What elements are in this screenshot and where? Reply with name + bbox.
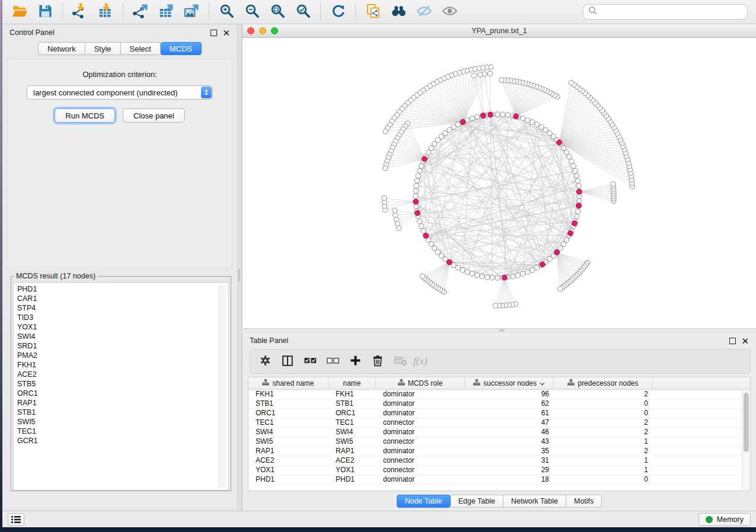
mcds-result-item[interactable]: ORC1	[17, 389, 220, 398]
tab-style[interactable]: Style	[85, 42, 121, 55]
task-history-button[interactable]	[8, 513, 24, 526]
mcds-result-title: MCDS result (17 nodes)	[14, 272, 97, 280]
tab-motifs[interactable]: Motifs	[566, 495, 602, 508]
mcds-result-item[interactable]: RAP1	[17, 398, 220, 408]
table-row[interactable]: PHD1PHD1dominator180	[248, 475, 750, 485]
delete-columns-button[interactable]	[369, 352, 387, 370]
mcds-result-item[interactable]: GCR1	[17, 436, 220, 446]
table-row[interactable]: SWI4SWI4dominator462	[248, 428, 750, 437]
table-row[interactable]: ORC1ORC1dominator610	[248, 409, 750, 418]
mcds-result-item[interactable]: ACE2	[17, 370, 220, 379]
table-row[interactable]: YOX1YOX1connector291	[248, 466, 750, 475]
table-cell: ACE2	[328, 456, 376, 465]
zoom-fit-button[interactable]	[270, 4, 286, 21]
tab-node-table[interactable]: Node Table	[397, 495, 451, 508]
horizontal-splitter[interactable]	[242, 328, 756, 333]
close-panel-icon[interactable]: ✕	[222, 30, 230, 36]
mcds-result-item[interactable]: SRD1	[17, 341, 220, 351]
control-panel-header: Control Panel ✕	[2, 24, 237, 41]
table-cell-filler	[653, 456, 750, 465]
create-column-button[interactable]	[346, 352, 364, 370]
search-box[interactable]	[583, 4, 748, 20]
control-panel-tabs: NetworkStyleSelectMCDS	[2, 42, 237, 55]
table-row[interactable]: STB1STB1dominator620	[248, 399, 750, 409]
close-table-panel-icon[interactable]: ✕	[741, 338, 749, 344]
zoom-out-button[interactable]	[244, 4, 260, 21]
copy-network-button[interactable]	[365, 4, 381, 21]
table-row[interactable]: ACE2ACE2connector311	[248, 456, 750, 466]
function-builder-button: f(x)	[414, 352, 432, 370]
save-session-button[interactable]	[37, 4, 53, 21]
export-table-icon	[158, 3, 174, 21]
table-row[interactable]: TEC1TEC1connector472	[248, 418, 750, 428]
export-table-button[interactable]	[158, 4, 174, 21]
sort-desc-icon	[540, 379, 545, 387]
network-canvas[interactable]	[243, 38, 756, 328]
mcds-result-item[interactable]: STP4	[17, 303, 220, 313]
tab-network-table[interactable]: Network Table	[503, 495, 566, 508]
delete-columns-icon	[371, 354, 384, 369]
zoom-selected-button[interactable]	[295, 4, 311, 21]
column-header-name[interactable]: name	[328, 377, 376, 389]
export-network-button[interactable]	[133, 4, 149, 21]
mcds-result-item[interactable]: SWI5	[17, 417, 220, 427]
import-network-button[interactable]	[72, 4, 88, 21]
column-header-shared-name[interactable]: shared name	[248, 377, 328, 389]
optimization-criterion-select[interactable]: largest connected component (undirected)	[27, 85, 213, 100]
show-all-icon	[442, 3, 458, 21]
create-column-icon	[349, 354, 362, 368]
mcds-result-item[interactable]: STB1	[17, 408, 220, 417]
mcds-result-item[interactable]: PHD1	[17, 284, 220, 294]
namespace-tree-icon	[473, 379, 480, 387]
function-builder-icon: f(x)	[413, 354, 433, 369]
find-button[interactable]	[391, 4, 407, 21]
close-panel-button[interactable]: Close panel	[123, 108, 185, 123]
table-cell: 29	[465, 466, 554, 475]
tab-edge-table[interactable]: Edge Table	[451, 495, 503, 508]
column-header-successor-nodes[interactable]: successor nodes	[465, 377, 554, 389]
mcds-result-item[interactable]: TEC1	[17, 427, 220, 436]
table-row[interactable]: FKH1FKH1dominator962	[248, 390, 750, 399]
mcds-result-item[interactable]: FKH1	[17, 360, 220, 370]
search-icon	[588, 6, 598, 18]
memory-button[interactable]: Memory	[698, 513, 751, 526]
table-row[interactable]: RAP1RAP1dominator352	[248, 447, 750, 456]
tab-network[interactable]: Network	[38, 42, 85, 55]
table-panel: Table Panel ✕ f(x) shared namenameMCDS r…	[242, 333, 756, 511]
mcds-result-item[interactable]: YOX1	[17, 322, 220, 332]
open-file-button[interactable]	[12, 4, 28, 21]
dropdown-stepper-icon	[201, 86, 212, 98]
mcds-result-item[interactable]: STB5	[17, 379, 220, 389]
search-input[interactable]	[601, 7, 747, 17]
show-hide-columns-button[interactable]	[279, 352, 296, 370]
run-mcds-button[interactable]: Run MCDS	[55, 108, 115, 123]
import-table-button[interactable]	[98, 4, 114, 21]
deselect-all-rows-button[interactable]	[324, 352, 342, 370]
hide-selected-button[interactable]	[416, 4, 432, 21]
mcds-result-item[interactable]: PMA2	[17, 351, 220, 360]
table-row[interactable]: SWI5SWI5connector431	[248, 437, 750, 447]
float-panel-icon[interactable]	[210, 30, 217, 36]
export-image-button[interactable]	[184, 4, 200, 21]
result-list-scrollbar[interactable]	[219, 286, 226, 488]
apply-preferred-layout-button[interactable]	[330, 4, 346, 21]
column-header-predecessor-nodes[interactable]: predecessor nodes	[554, 377, 653, 389]
tab-mcds[interactable]: MCDS	[161, 42, 202, 55]
vertical-splitter[interactable]	[237, 24, 242, 511]
table-scrollbar-thumb[interactable]	[744, 393, 749, 452]
table-scrollbar[interactable]	[742, 390, 750, 491]
tab-select[interactable]: Select	[121, 42, 161, 55]
select-all-rows-button[interactable]	[301, 352, 319, 370]
table-mode-gear-button[interactable]	[256, 352, 274, 370]
mcds-result-item[interactable]: CAR1	[17, 294, 220, 303]
column-header-MCDS-role[interactable]: MCDS role	[376, 377, 465, 389]
table-cell-filler	[653, 399, 750, 408]
show-all-button[interactable]	[442, 4, 458, 21]
float-table-panel-icon[interactable]	[729, 338, 736, 344]
mcds-result-item[interactable]: TID3	[17, 313, 220, 322]
table-cell: 0	[554, 475, 653, 484]
zoom-in-button[interactable]	[219, 4, 235, 21]
mcds-result-list[interactable]: PHD1CAR1STP4TID3YOX1SWI4SRD1PMA2FKH1ACE2…	[13, 282, 229, 491]
toolbar-separator	[62, 3, 63, 21]
mcds-result-item[interactable]: SWI4	[17, 332, 220, 341]
